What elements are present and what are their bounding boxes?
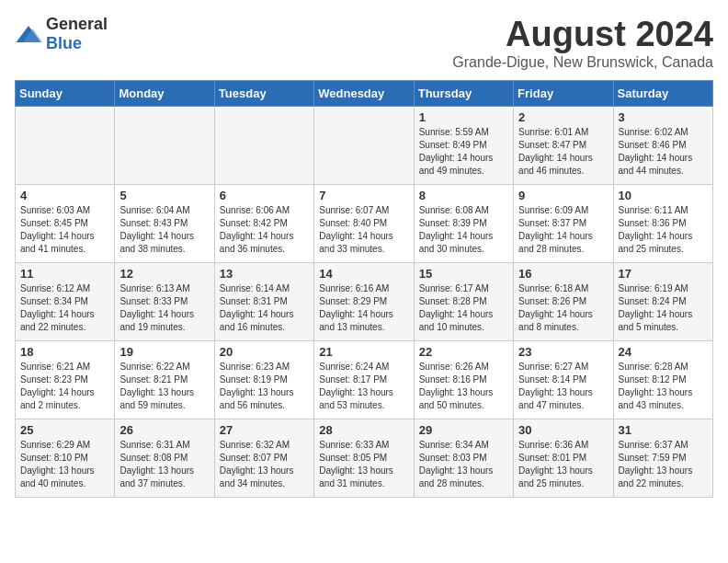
day-info: Sunrise: 6:34 AM Sunset: 8:03 PM Dayligh… xyxy=(419,439,508,490)
day-info: Sunrise: 6:31 AM Sunset: 8:08 PM Dayligh… xyxy=(119,439,209,490)
day-number: 29 xyxy=(419,423,508,437)
day-info: Sunrise: 6:12 AM Sunset: 8:34 PM Dayligh… xyxy=(20,282,109,334)
day-info: Sunrise: 6:24 AM Sunset: 8:17 PM Dayligh… xyxy=(319,361,408,412)
calendar-cell: 2Sunrise: 6:01 AM Sunset: 8:47 PM Daylig… xyxy=(514,107,613,185)
day-info: Sunrise: 6:11 AM Sunset: 8:36 PM Dayligh… xyxy=(619,204,708,256)
day-info: Sunrise: 6:03 AM Sunset: 8:45 PM Dayligh… xyxy=(20,204,109,256)
day-info: Sunrise: 6:13 AM Sunset: 8:33 PM Dayligh… xyxy=(119,282,209,334)
calendar-cell: 30Sunrise: 6:36 AM Sunset: 8:01 PM Dayli… xyxy=(514,419,613,498)
day-info: Sunrise: 6:33 AM Sunset: 8:05 PM Dayligh… xyxy=(319,439,408,490)
calendar-cell: 9Sunrise: 6:09 AM Sunset: 8:37 PM Daylig… xyxy=(514,185,613,263)
column-header-monday: Monday xyxy=(115,81,214,107)
calendar-cell xyxy=(314,107,414,185)
day-info: Sunrise: 6:19 AM Sunset: 8:24 PM Dayligh… xyxy=(619,282,708,334)
day-info: Sunrise: 6:01 AM Sunset: 8:47 PM Dayligh… xyxy=(518,126,608,178)
day-number: 25 xyxy=(20,423,109,437)
day-info: Sunrise: 6:08 AM Sunset: 8:39 PM Dayligh… xyxy=(419,204,508,256)
column-header-sunday: Sunday xyxy=(16,81,115,107)
calendar-cell: 13Sunrise: 6:14 AM Sunset: 8:31 PM Dayli… xyxy=(214,263,313,341)
calendar-cell: 8Sunrise: 6:08 AM Sunset: 8:39 PM Daylig… xyxy=(414,185,513,263)
calendar-body: 1Sunrise: 5:59 AM Sunset: 8:49 PM Daylig… xyxy=(16,107,713,498)
calendar-cell: 24Sunrise: 6:28 AM Sunset: 8:12 PM Dayli… xyxy=(613,341,712,419)
day-number: 9 xyxy=(518,189,608,202)
day-info: Sunrise: 6:21 AM Sunset: 8:23 PM Dayligh… xyxy=(20,361,109,412)
column-header-tuesday: Tuesday xyxy=(214,81,313,107)
calendar-cell: 22Sunrise: 6:26 AM Sunset: 8:16 PM Dayli… xyxy=(414,341,513,419)
day-number: 7 xyxy=(319,189,408,202)
calendar-cell: 15Sunrise: 6:17 AM Sunset: 8:28 PM Dayli… xyxy=(414,263,513,341)
calendar-cell: 10Sunrise: 6:11 AM Sunset: 8:36 PM Dayli… xyxy=(613,185,712,263)
day-info: Sunrise: 6:02 AM Sunset: 8:46 PM Dayligh… xyxy=(619,126,708,178)
calendar-cell: 12Sunrise: 6:13 AM Sunset: 8:33 PM Dayli… xyxy=(115,263,214,341)
day-number: 10 xyxy=(619,189,708,202)
calendar-table: SundayMondayTuesdayWednesdayThursdayFrid… xyxy=(15,80,713,498)
day-info: Sunrise: 6:23 AM Sunset: 8:19 PM Dayligh… xyxy=(220,361,309,412)
day-info: Sunrise: 6:18 AM Sunset: 8:26 PM Dayligh… xyxy=(518,282,608,334)
page-header: General Blue August 2024 Grande-Digue, N… xyxy=(15,15,713,71)
calendar-cell: 4Sunrise: 6:03 AM Sunset: 8:45 PM Daylig… xyxy=(16,185,115,263)
calendar-cell: 3Sunrise: 6:02 AM Sunset: 8:46 PM Daylig… xyxy=(613,107,712,185)
calendar-cell: 18Sunrise: 6:21 AM Sunset: 8:23 PM Dayli… xyxy=(16,341,115,419)
logo: General Blue xyxy=(15,15,108,53)
day-number: 22 xyxy=(419,345,508,359)
column-header-friday: Friday xyxy=(514,81,613,107)
calendar-cell: 23Sunrise: 6:27 AM Sunset: 8:14 PM Dayli… xyxy=(514,341,613,419)
day-number: 16 xyxy=(518,267,608,281)
logo-blue: Blue xyxy=(46,34,82,52)
day-info: Sunrise: 6:22 AM Sunset: 8:21 PM Dayligh… xyxy=(119,361,209,412)
calendar-cell: 25Sunrise: 6:29 AM Sunset: 8:10 PM Dayli… xyxy=(16,419,115,498)
calendar-cell: 17Sunrise: 6:19 AM Sunset: 8:24 PM Dayli… xyxy=(613,263,712,341)
calendar-cell: 1Sunrise: 5:59 AM Sunset: 8:49 PM Daylig… xyxy=(414,107,513,185)
calendar-cell: 5Sunrise: 6:04 AM Sunset: 8:43 PM Daylig… xyxy=(115,185,214,263)
day-info: Sunrise: 6:07 AM Sunset: 8:40 PM Dayligh… xyxy=(319,204,408,256)
calendar-week-row: 18Sunrise: 6:21 AM Sunset: 8:23 PM Dayli… xyxy=(16,341,713,419)
calendar-cell: 6Sunrise: 6:06 AM Sunset: 8:42 PM Daylig… xyxy=(214,185,313,263)
day-number: 28 xyxy=(319,423,408,437)
day-info: Sunrise: 6:06 AM Sunset: 8:42 PM Dayligh… xyxy=(220,204,309,256)
calendar-cell xyxy=(115,107,214,185)
day-number: 13 xyxy=(220,267,309,281)
calendar-week-row: 11Sunrise: 6:12 AM Sunset: 8:34 PM Dayli… xyxy=(16,263,713,341)
title-block: August 2024 Grande-Digue, New Brunswick,… xyxy=(452,15,713,71)
day-info: Sunrise: 6:26 AM Sunset: 8:16 PM Dayligh… xyxy=(419,361,508,412)
calendar-cell xyxy=(214,107,313,185)
column-header-wednesday: Wednesday xyxy=(314,81,414,107)
calendar-cell: 19Sunrise: 6:22 AM Sunset: 8:21 PM Dayli… xyxy=(115,341,214,419)
logo-general: General xyxy=(46,15,108,33)
day-number: 14 xyxy=(319,267,408,281)
day-info: Sunrise: 6:16 AM Sunset: 8:29 PM Dayligh… xyxy=(319,282,408,334)
day-info: Sunrise: 6:27 AM Sunset: 8:14 PM Dayligh… xyxy=(518,361,608,412)
calendar-week-row: 4Sunrise: 6:03 AM Sunset: 8:45 PM Daylig… xyxy=(16,185,713,263)
calendar-week-row: 25Sunrise: 6:29 AM Sunset: 8:10 PM Dayli… xyxy=(16,419,713,498)
day-number: 15 xyxy=(419,267,508,281)
day-info: Sunrise: 6:04 AM Sunset: 8:43 PM Dayligh… xyxy=(119,204,209,256)
day-number: 19 xyxy=(119,345,209,359)
calendar-cell: 11Sunrise: 6:12 AM Sunset: 8:34 PM Dayli… xyxy=(16,263,115,341)
month-year-title: August 2024 xyxy=(452,15,713,54)
day-info: Sunrise: 6:32 AM Sunset: 8:07 PM Dayligh… xyxy=(220,439,309,490)
day-info: Sunrise: 6:14 AM Sunset: 8:31 PM Dayligh… xyxy=(220,282,309,334)
day-info: Sunrise: 5:59 AM Sunset: 8:49 PM Dayligh… xyxy=(419,126,508,178)
day-number: 26 xyxy=(119,423,209,437)
day-info: Sunrise: 6:28 AM Sunset: 8:12 PM Dayligh… xyxy=(619,361,708,412)
day-number: 18 xyxy=(20,345,109,359)
day-number: 8 xyxy=(419,189,508,202)
day-number: 31 xyxy=(619,423,708,437)
day-number: 2 xyxy=(518,110,608,124)
day-number: 21 xyxy=(319,345,408,359)
day-number: 11 xyxy=(20,267,109,281)
day-info: Sunrise: 6:36 AM Sunset: 8:01 PM Dayligh… xyxy=(518,439,608,490)
day-info: Sunrise: 6:29 AM Sunset: 8:10 PM Dayligh… xyxy=(20,439,109,490)
day-info: Sunrise: 6:17 AM Sunset: 8:28 PM Dayligh… xyxy=(419,282,508,334)
calendar-cell: 26Sunrise: 6:31 AM Sunset: 8:08 PM Dayli… xyxy=(115,419,214,498)
column-header-thursday: Thursday xyxy=(414,81,513,107)
day-number: 1 xyxy=(419,110,508,124)
day-info: Sunrise: 6:37 AM Sunset: 7:59 PM Dayligh… xyxy=(619,439,708,490)
calendar-cell: 27Sunrise: 6:32 AM Sunset: 8:07 PM Dayli… xyxy=(214,419,313,498)
location-subtitle: Grande-Digue, New Brunswick, Canada xyxy=(452,54,713,71)
calendar-cell: 28Sunrise: 6:33 AM Sunset: 8:05 PM Dayli… xyxy=(314,419,414,498)
calendar-cell xyxy=(16,107,115,185)
day-number: 20 xyxy=(220,345,309,359)
calendar-cell: 16Sunrise: 6:18 AM Sunset: 8:26 PM Dayli… xyxy=(514,263,613,341)
day-number: 23 xyxy=(518,345,608,359)
